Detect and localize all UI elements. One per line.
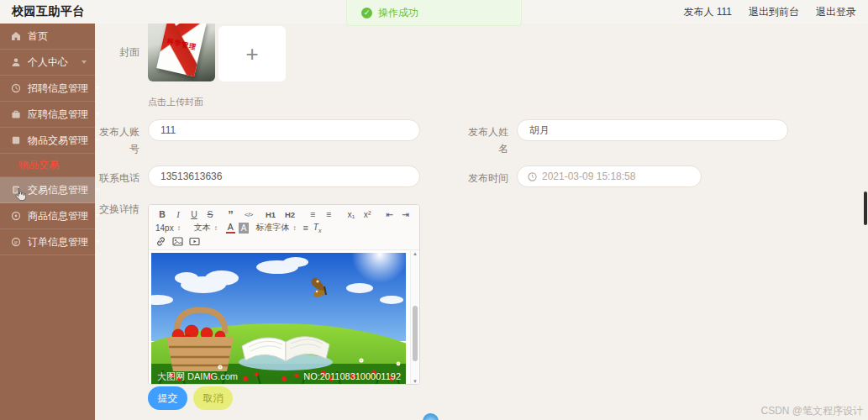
video-icon — [189, 236, 200, 247]
upload-cover-button[interactable]: + — [218, 26, 286, 81]
link-icon — [155, 236, 166, 247]
chevron-down-icon — [95, 214, 100, 218]
contact-phone-input[interactable] — [148, 165, 420, 187]
font-color-button[interactable]: A — [226, 223, 235, 234]
sort-arrows-icon: ↕ — [292, 224, 296, 232]
header-actions: 发布人 111 退出到前台 退出登录 — [683, 5, 856, 19]
font-size-value: 14px — [155, 223, 174, 233]
cancel-button[interactable]: 取消 — [193, 386, 233, 410]
cart-icon — [11, 211, 21, 221]
align-button[interactable]: ≡ — [302, 223, 308, 233]
font-size-select[interactable]: 14px ↕ — [155, 223, 181, 233]
sidebar-item-label: 交易信息管理 — [28, 183, 88, 197]
page-scrollbar[interactable] — [864, 192, 867, 225]
outdent-button[interactable]: ⇤ — [383, 209, 397, 220]
sidebar-item-label: 物品交易管理 — [28, 134, 88, 148]
code-button[interactable]: </> — [242, 209, 255, 220]
chevron-down-icon — [95, 240, 100, 244]
editor-scrollbar-thumb[interactable] — [413, 306, 418, 361]
sort-arrows-icon: ↕ — [177, 224, 181, 232]
upload-hint[interactable]: 点击上传封面 — [148, 96, 203, 108]
box-icon — [11, 135, 21, 145]
toolbar-row-3 — [155, 235, 413, 247]
sidebar-item-goods-trade-mgmt[interactable]: 物品交易管理 — [0, 128, 95, 154]
heading2-button[interactable]: H2 — [283, 209, 297, 220]
field-publisher-account: 发布人账号 — [95, 119, 420, 157]
publisher-account-label: 发布人账号 — [95, 119, 148, 157]
underline-button[interactable]: U — [187, 209, 201, 220]
superscript-button[interactable]: x² — [360, 209, 374, 220]
publisher-label: 发布人 111 — [683, 5, 732, 19]
sidebar-item-label: 首页 — [28, 29, 48, 44]
publisher-account-input[interactable] — [148, 119, 420, 141]
sidebar-item-product-info[interactable]: 商品信息管理 — [0, 203, 95, 229]
rich-text-editor: B I U S ” </> H1 H2 ≡ ≡ x₁ x² ⇤ ⇥ — [148, 204, 420, 385]
plus-icon: + — [245, 43, 258, 65]
editor-toolbar: B I U S ” </> H1 H2 ≡ ≡ x₁ x² ⇤ ⇥ — [149, 205, 419, 250]
app-window: 校园互助平台 发布人 111 退出到前台 退出登录 ✓ 操作成功 首页 个人中心… — [0, 0, 868, 420]
book-cover-art: 科学管理 — [156, 24, 207, 76]
font-family-value: 标准字体 — [255, 222, 289, 234]
font-family-select[interactable]: 标准字体 ↕ — [255, 222, 296, 234]
paragraph-format-select[interactable]: 文本 ↕ — [194, 222, 218, 234]
background-color-button[interactable]: A — [239, 223, 250, 234]
logout-link[interactable]: 退出登录 — [816, 5, 856, 19]
sidebar-item-personal-center[interactable]: 个人中心 — [0, 50, 95, 76]
sidebar-item-recruit-info[interactable]: 招聘信息管理 — [0, 76, 95, 102]
insert-video-button[interactable] — [189, 236, 200, 247]
subscript-button[interactable]: x₁ — [345, 209, 358, 220]
publish-time-input[interactable]: 2021-03-09 15:18:58 — [517, 165, 702, 187]
ordered-list-button[interactable]: ≡ — [306, 209, 319, 220]
sidebar-item-label: 招聘信息管理 — [28, 81, 88, 96]
sidebar-item-trade-info[interactable]: 交易信息管理 — [0, 177, 95, 203]
blockquote-button[interactable]: ” — [224, 209, 237, 220]
sidebar-item-label: 个人中心 — [28, 55, 68, 70]
exit-to-front-link[interactable]: 退出到前台 — [749, 5, 799, 19]
book-title-text: 科学管理 — [166, 36, 198, 52]
sidebar-subitem-goods-trade[interactable]: 物品交易 — [0, 154, 95, 177]
sidebar: 首页 个人中心 招聘信息管理 应聘信息管理 物品交易管理 物品交易 交易信息管理 — [0, 24, 95, 420]
bold-button[interactable]: B — [155, 209, 169, 220]
unordered-list-button[interactable]: ≡ — [322, 209, 335, 220]
editor-content[interactable]: 大图网 DAIMG.com NO:2011083100001192 ▲ ▼ — [149, 250, 419, 385]
sidebar-item-label: 商品信息管理 — [28, 209, 88, 223]
scroll-up-arrow-icon[interactable]: ▲ — [411, 251, 419, 256]
sidebar-item-apply-info[interactable]: 应聘信息管理 — [0, 102, 95, 128]
publisher-name-label: 发布人姓名 — [464, 119, 517, 157]
floating-button[interactable] — [423, 413, 439, 420]
chevron-down-icon — [95, 139, 100, 142]
link-button[interactable] — [155, 236, 166, 247]
cover-label: 封面 — [95, 42, 148, 62]
success-check-icon: ✓ — [361, 8, 372, 18]
image-watermark-right: NO:2011083100001192 — [303, 371, 401, 381]
sidebar-item-order-info[interactable]: 订单信息管理 — [0, 229, 95, 255]
editor-vertical-scrollbar[interactable]: ▲ ▼ — [410, 250, 418, 385]
chevron-down-icon — [95, 87, 100, 90]
publish-time-label: 发布时间 — [464, 165, 517, 187]
image-watermark-left: 大图网 DAIMG.com — [157, 371, 238, 381]
paragraph-format-value: 文本 — [194, 222, 211, 234]
sidebar-item-home[interactable]: 首页 — [0, 24, 95, 50]
home-icon — [11, 31, 21, 41]
cover-image-preview[interactable]: 科学管理 — [148, 24, 215, 81]
publisher-name-input[interactable] — [517, 119, 788, 141]
strikethrough-button[interactable]: S — [203, 209, 217, 220]
sidebar-subitem-label: 物品交易 — [18, 158, 59, 172]
image-icon — [172, 236, 183, 247]
insert-image-button[interactable] — [172, 236, 183, 247]
csdn-watermark: CSDN @笔文程序设计 — [760, 404, 863, 418]
clear-format-button[interactable]: Tx — [313, 223, 322, 234]
sidebar-item-label: 应聘信息管理 — [28, 108, 88, 122]
indent-button[interactable]: ⇥ — [399, 209, 413, 220]
main-content: 封面 科学管理 + 点击上传封面 发布人账号 发布人姓名 联系电话 发布时间 — [95, 24, 868, 420]
clock-icon — [528, 172, 537, 181]
sidebar-item-label: 订单信息管理 — [28, 235, 88, 249]
submit-button[interactable]: 提交 — [148, 386, 187, 410]
scroll-down-arrow-icon[interactable]: ▼ — [411, 379, 419, 384]
heading1-button[interactable]: H1 — [264, 209, 277, 220]
contact-phone-label: 联系电话 — [95, 165, 148, 187]
chevron-down-icon — [95, 113, 100, 116]
italic-button[interactable]: I — [171, 209, 185, 220]
toast-message: 操作成功 — [378, 6, 418, 20]
editor-inserted-image: 大图网 DAIMG.com NO:2011083100001192 — [151, 253, 406, 385]
